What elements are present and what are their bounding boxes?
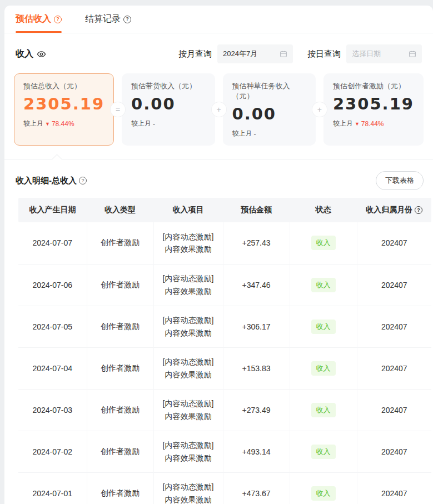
cell-month: 202407 [357, 389, 431, 431]
month-picker-input[interactable]: 2024年7月 [217, 44, 293, 63]
cell-month: 202407 [357, 306, 431, 347]
table-row: 2024-07-02创作者激励[内容动态激励]内容效果激励+493.14收入20… [18, 431, 431, 472]
card-compare: 较上月 ▼ - [131, 119, 205, 128]
cell-status: 收入 [290, 472, 357, 504]
equals-icon: = [111, 102, 125, 117]
status-badge: 收入 [311, 445, 336, 459]
tab-estimated-income[interactable]: 预估收入 ? [16, 6, 62, 33]
income-table: 收入产生日期 收入类型 收入项目 预估金额 状态 收入归属月份 ? 2024-0… [18, 198, 431, 504]
detail-title-text: 收入明细-总收入 [16, 176, 77, 186]
col-header-status: 状态 [290, 198, 357, 222]
status-badge: 收入 [311, 486, 336, 501]
card-value: 2305.19 [23, 94, 104, 113]
table-row: 2024-07-06创作者激励[内容动态激励]内容效果激励+347.46收入20… [18, 264, 431, 306]
summary-cards: 预估总收入（元） 2305.19 较上月 ▼ 78.44% = 预估带货收入（元… [14, 73, 424, 146]
cell-type: 创作者激励 [87, 347, 153, 389]
plus-icon: + [212, 102, 226, 117]
cell-type: 创作者激励 [87, 472, 153, 504]
cell-month: 202407 [357, 264, 431, 306]
help-icon[interactable]: ? [79, 177, 87, 184]
cell-project: [内容动态激励]内容效果激励 [153, 431, 223, 472]
help-icon[interactable]: ? [54, 16, 62, 23]
cell-project: [内容动态激励]内容效果激励 [153, 389, 223, 431]
income-title: 收入 [16, 48, 46, 60]
cell-amount: +153.83 [223, 347, 290, 389]
cell-status: 收入 [290, 222, 357, 264]
help-icon[interactable]: ? [123, 16, 131, 23]
card-title: 预估带货收入（元） [131, 81, 205, 91]
income-label: 收入 [16, 48, 33, 60]
table-row: 2024-07-04创作者激励[内容动态激励]内容效果激励+153.83收入20… [18, 347, 431, 389]
cell-month: 202407 [357, 431, 431, 472]
project-text: [内容动态激励]内容效果激励 [154, 231, 223, 256]
compare-label: 较上月 [333, 119, 353, 128]
tab-bar: 预估收入 ? 结算记录 ? [4, 6, 433, 33]
cell-project: [内容动态激励]内容效果激励 [153, 306, 223, 347]
cell-project: [内容动态激励]内容效果激励 [153, 347, 223, 389]
detail-section-header: 收入明细-总收入 ? 下载表格 [16, 171, 424, 190]
divider-notch [52, 154, 62, 164]
cell-type: 创作者激励 [87, 389, 153, 431]
plus-icon: + [312, 102, 327, 117]
tab-settlement-records[interactable]: 结算记录 ? [85, 6, 131, 33]
download-table-button[interactable]: 下载表格 [376, 171, 424, 190]
help-icon[interactable]: ? [415, 206, 422, 214]
compare-value: 78.44% [361, 120, 384, 128]
cell-type: 创作者激励 [87, 431, 153, 472]
tab-label: 预估收入 [16, 13, 51, 25]
cell-month: 202407 [357, 347, 431, 389]
card-value: 0.00 [131, 94, 205, 113]
month-picker-value: 2024年7月 [223, 49, 257, 59]
cell-amount: +257.43 [223, 222, 290, 264]
card-value: 2305.19 [333, 94, 414, 113]
status-badge: 收入 [311, 236, 336, 250]
cell-date: 2024-07-07 [18, 222, 87, 264]
card-title: 预估总收入（元） [23, 81, 104, 91]
col-header-month-text: 收入归属月份 [366, 205, 412, 215]
cell-month: 202407 [357, 472, 431, 504]
card-total-income[interactable]: 预估总收入（元） 2305.19 较上月 ▼ 78.44% [14, 73, 114, 146]
day-picker-input[interactable]: 选择日期 [346, 44, 422, 63]
card-compare: 较上月 ▼ 78.44% [23, 119, 104, 128]
project-text: [内容动态激励]内容效果激励 [154, 272, 223, 297]
cell-type: 创作者激励 [87, 306, 153, 347]
cell-status: 收入 [290, 389, 357, 431]
col-header-date: 收入产生日期 [18, 198, 87, 222]
status-badge: 收入 [311, 278, 336, 292]
calendar-icon [280, 50, 287, 58]
cell-status: 收入 [290, 306, 357, 347]
section-divider [4, 159, 433, 163]
card-seeding-task-income[interactable]: 预估种草任务收入（元） 0.00 较上月 ▼ - [223, 73, 316, 146]
eye-icon[interactable] [37, 49, 46, 59]
cell-project: [内容动态激励]内容效果激励 [153, 222, 223, 264]
card-compare: 较上月 ▼ 78.44% [333, 119, 414, 128]
cell-amount: +493.14 [223, 431, 290, 472]
compare-label: 较上月 [23, 119, 43, 128]
table-row: 2024-07-01创作者激励[内容动态激励]内容效果激励+473.67收入20… [18, 472, 431, 504]
status-badge: 收入 [311, 361, 336, 376]
cell-amount: +347.46 [223, 264, 290, 306]
compare-label: 较上月 [232, 129, 252, 138]
card-creator-incentive[interactable]: 预估创作者激励（元） 2305.19 较上月 ▼ 78.44% [323, 73, 424, 146]
cell-type: 创作者激励 [87, 222, 153, 264]
project-text: [内容动态激励]内容效果激励 [154, 397, 223, 422]
project-text: [内容动态激励]内容效果激励 [154, 481, 223, 504]
cell-status: 收入 [290, 431, 357, 472]
card-goods-income[interactable]: 预估带货收入（元） 0.00 较上月 ▼ - [122, 73, 215, 146]
compare-value: - [254, 130, 256, 138]
down-arrow-icon: ▼ [45, 121, 50, 127]
card-title: 预估种草任务收入（元） [232, 81, 306, 101]
day-picker-placeholder: 选择日期 [352, 49, 381, 59]
day-filter: 按日查询 选择日期 [307, 44, 422, 63]
income-table-body: 2024-07-07创作者激励[内容动态激励]内容效果激励+257.43收入20… [18, 222, 431, 504]
card-value: 0.00 [232, 104, 306, 123]
cell-amount: +273.49 [223, 389, 290, 431]
main-panel: 预估收入 ? 结算记录 ? 收入 按月查询 2024年7月 [4, 6, 433, 504]
cell-date: 2024-07-03 [18, 389, 87, 431]
detail-section-title: 收入明细-总收入 ? [16, 176, 87, 186]
col-header-project: 收入项目 [153, 198, 223, 222]
cell-month: 202407 [357, 222, 431, 264]
month-filter-label: 按月查询 [178, 49, 212, 59]
compare-value: 78.44% [52, 120, 74, 128]
cell-date: 2024-07-01 [18, 472, 87, 504]
